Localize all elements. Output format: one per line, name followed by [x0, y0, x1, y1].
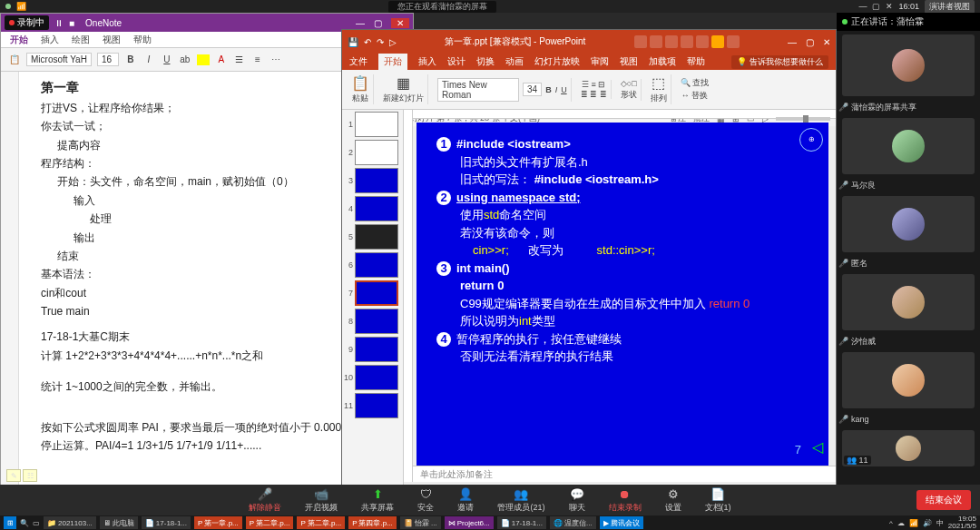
- close-button[interactable]: ✕: [823, 37, 830, 47]
- taskbar-item[interactable]: 🖥此电脑: [100, 516, 138, 529]
- stop-icon[interactable]: ■: [69, 18, 74, 28]
- maximize-button[interactable]: ▢: [374, 18, 382, 28]
- taskbar-item[interactable]: 📔怡霖 ...: [400, 516, 441, 529]
- taskbar-item[interactable]: P 第一章.p...: [194, 516, 242, 529]
- notes-pane[interactable]: 单击此处添加备注: [413, 466, 836, 482]
- new-slide-group[interactable]: ▦新建幻灯片: [379, 74, 428, 104]
- paragraph-group[interactable]: ☰ ≡ ⊟≣ ≣ ≣: [577, 80, 612, 99]
- underline-icon[interactable]: U: [561, 85, 567, 94]
- save-icon[interactable]: 💾: [348, 37, 358, 47]
- next-arrow-icon[interactable]: ◁: [812, 437, 823, 458]
- font-size-select[interactable]: 34: [523, 83, 542, 96]
- slide-thumbnails[interactable]: 1 2 3 4 5 6 7 8 9 10 11: [342, 110, 404, 498]
- shapes-group[interactable]: ◇○□形状: [617, 79, 642, 101]
- participant-video[interactable]: 👥 11: [842, 430, 975, 466]
- thumb-1[interactable]: [355, 112, 398, 137]
- thumb-10[interactable]: [355, 365, 398, 390]
- participants-button[interactable]: 👥管理成员(21): [497, 487, 544, 514]
- chat-button[interactable]: 💬聊天: [569, 487, 585, 514]
- tab-review[interactable]: 审阅: [591, 55, 609, 68]
- docs-button[interactable]: 📄文档(1): [705, 487, 731, 514]
- stop-record-button[interactable]: ⏺结束录制: [609, 487, 642, 514]
- participant-video[interactable]: [842, 34, 975, 96]
- volume-icon[interactable]: 🔊: [923, 519, 932, 527]
- pause-icon[interactable]: ⏸: [54, 18, 64, 28]
- paste-group[interactable]: 📋粘贴: [348, 74, 374, 104]
- editing-group[interactable]: 🔍 查找↔ 替换: [677, 77, 713, 102]
- tab-help[interactable]: 帮助: [133, 34, 152, 45]
- thumb-3[interactable]: [355, 168, 398, 193]
- tab-draw[interactable]: 绘图: [72, 34, 90, 45]
- system-tray[interactable]: ^ ☁ 📶 🔊 中 19:05 2021/5/5: [889, 515, 976, 530]
- tab-home[interactable]: 开始: [378, 54, 407, 70]
- ppt-titlebar[interactable]: 💾 ↶ ↷ ▷ 第一章.ppt [兼容模式] - PowerPoint — ▢ …: [342, 30, 836, 54]
- share-screen-button[interactable]: ⬆共享屏幕: [361, 487, 394, 514]
- underline-icon[interactable]: U: [161, 54, 173, 64]
- maximize-button[interactable]: ▢: [872, 2, 880, 11]
- tab-insert[interactable]: 插入: [41, 34, 59, 45]
- tab-animation[interactable]: 动画: [505, 55, 524, 68]
- slideshow-icon[interactable]: ▷: [389, 37, 397, 47]
- tab-design[interactable]: 设计: [447, 55, 466, 68]
- participant-video[interactable]: [842, 196, 975, 252]
- taskbar-item[interactable]: 📁2021103...: [44, 516, 96, 529]
- participant-video[interactable]: [842, 274, 975, 330]
- arrange-group[interactable]: ⬚排列: [647, 74, 671, 104]
- font-size-select[interactable]: 16: [97, 53, 119, 66]
- invite-button[interactable]: 👤邀请: [457, 487, 474, 514]
- bold-icon[interactable]: B: [545, 85, 552, 94]
- tab-slideshow[interactable]: 幻灯片放映: [534, 55, 580, 68]
- start-video-button[interactable]: 📹开启视频: [305, 487, 338, 514]
- taskbar-item[interactable]: ▶腾讯会议: [600, 516, 643, 529]
- tab-view[interactable]: 视图: [620, 55, 638, 68]
- more-count[interactable]: 👥 11: [844, 456, 871, 465]
- thumb-4[interactable]: [355, 196, 398, 221]
- tray-up-icon[interactable]: ^: [889, 519, 893, 527]
- tab-transition[interactable]: 切换: [476, 55, 495, 68]
- italic-icon[interactable]: I: [555, 85, 558, 94]
- taskbar-item[interactable]: P 第二章.p...: [297, 516, 345, 529]
- font-name-select[interactable]: Microsoft YaH: [26, 53, 92, 66]
- redo-icon[interactable]: ↷: [377, 37, 384, 47]
- maximize-button[interactable]: ▢: [806, 37, 814, 47]
- zoom-slider[interactable]: [776, 117, 830, 121]
- thumb-7[interactable]: [355, 280, 398, 306]
- thumb-8[interactable]: [355, 309, 398, 334]
- thumb-5[interactable]: [355, 224, 398, 250]
- addon-buttons[interactable]: [634, 35, 740, 48]
- view-mode-button[interactable]: 演讲者视图: [925, 0, 975, 14]
- tab-file[interactable]: 文件: [349, 55, 368, 68]
- taskbar-item[interactable]: ⋈Project6...: [445, 516, 494, 529]
- thumb-2[interactable]: [355, 140, 398, 165]
- thumb-6[interactable]: [355, 252, 398, 278]
- tab-insert[interactable]: 插入: [418, 55, 436, 68]
- taskbar-item[interactable]: 📄17-18-1...: [142, 516, 191, 529]
- bullets-icon[interactable]: ☰: [233, 54, 246, 64]
- minimize-button[interactable]: —: [356, 18, 365, 28]
- paste-icon[interactable]: 📋: [8, 54, 21, 64]
- participant-video[interactable]: [842, 118, 975, 174]
- tab-help[interactable]: 帮助: [687, 55, 705, 68]
- minimize-button[interactable]: —: [858, 2, 867, 11]
- thumb-9[interactable]: [355, 337, 398, 362]
- security-button[interactable]: 🛡安全: [417, 487, 434, 514]
- taskbar-item[interactable]: P 第四章.p...: [348, 516, 397, 529]
- taskbar-item[interactable]: 📄17-18-1...: [497, 516, 546, 529]
- onedrive-icon[interactable]: ☁: [897, 519, 905, 527]
- undo-icon[interactable]: ↶: [364, 37, 371, 47]
- bold-icon[interactable]: B: [124, 54, 137, 64]
- close-button[interactable]: ✕: [886, 2, 893, 11]
- more-icon[interactable]: ⋯: [270, 54, 282, 64]
- numbering-icon[interactable]: ≡: [251, 54, 264, 64]
- font-color-icon[interactable]: A: [215, 54, 228, 64]
- minimize-button[interactable]: —: [788, 37, 797, 47]
- tab-home[interactable]: 开始: [10, 34, 28, 45]
- taskbar-item[interactable]: 🌐温度信...: [550, 516, 596, 529]
- start-button[interactable]: ⊞: [4, 516, 16, 529]
- highlight-yellow[interactable]: [197, 54, 210, 65]
- italic-icon[interactable]: I: [142, 54, 155, 64]
- current-slide[interactable]: ⊕ 1#include <iostream> 旧式的头文件有扩展名.h 旧式的写…: [416, 123, 828, 466]
- settings-button[interactable]: ⚙设置: [665, 487, 681, 514]
- unmute-button[interactable]: 🎤解除静音: [249, 487, 281, 514]
- search-icon[interactable]: 🔍: [20, 519, 29, 527]
